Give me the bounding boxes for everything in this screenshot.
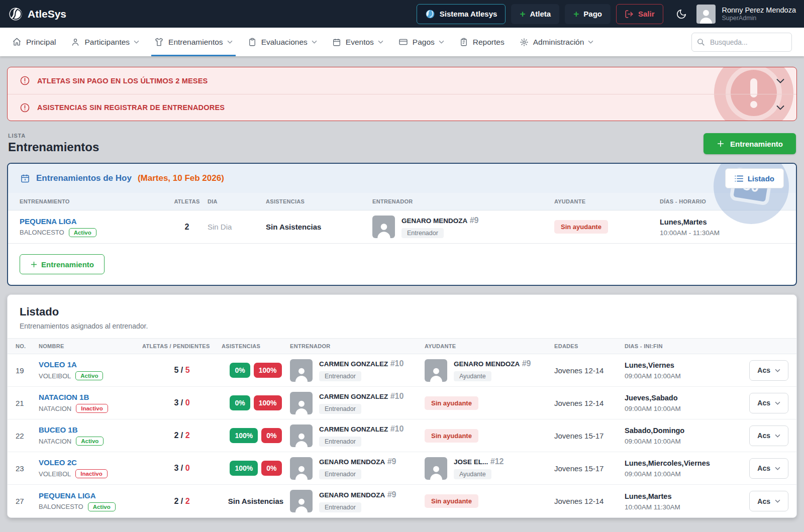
plus-icon: + <box>573 9 579 19</box>
table-row: 19 VOLEO 1A VOLEIBOL Activo 5 / 5 0% 100… <box>8 354 796 387</box>
sin-asistencias-value: Sin Asistencias <box>222 497 290 505</box>
listado-view-button[interactable]: Listado <box>725 168 784 188</box>
exclamation-circle-icon <box>20 75 30 86</box>
page-title: Entrenamientos <box>8 140 99 154</box>
entrenamiento-link[interactable]: PEQUENA LIGA <box>39 491 142 500</box>
status-badge: Inactivo <box>75 469 107 478</box>
plus-icon <box>30 261 38 268</box>
entrenamiento-link[interactable]: NATACION 1B <box>39 393 142 401</box>
chevron-down-icon[interactable] <box>776 105 784 110</box>
gear-icon <box>520 38 529 47</box>
chevron-down-icon <box>775 434 780 438</box>
dark-mode-toggle[interactable] <box>676 9 687 20</box>
chevron-down-icon[interactable] <box>776 78 784 83</box>
search-input[interactable] <box>691 33 792 52</box>
chevron-down-icon <box>227 40 233 44</box>
user-info[interactable]: Ronny Perez Mendoza SuperAdmin <box>722 6 796 23</box>
dias-value: Lunes,Martes <box>660 218 707 226</box>
acs-dropdown-button[interactable]: Acs <box>749 458 788 479</box>
exclamation-circle-icon <box>20 102 30 113</box>
report-icon <box>459 38 468 47</box>
alert-atletas-sin-pago[interactable]: ATLETAS SIN PAGO EN LOS ÚLTIMOS 2 MESES <box>8 67 796 94</box>
list-icon <box>735 175 743 182</box>
ayudante-cell: JOSE EL... #12 Ayudante <box>425 457 554 480</box>
dias-value: Lunes,Martes <box>625 492 671 500</box>
deporte-label: BALONCESTO <box>20 229 64 236</box>
asistencias-value: Sin Asistencias <box>266 223 372 231</box>
ayudante-avatar <box>425 359 447 382</box>
logout-icon <box>625 10 634 19</box>
entrenamientos-de-hoy-card: 30 Entrenamientos de Hoy (Martes, 10 Feb… <box>7 163 797 286</box>
entrenamiento-link[interactable]: VOLEO 2C <box>39 458 142 467</box>
acs-dropdown-button[interactable]: Acs <box>749 360 788 381</box>
chevron-down-icon <box>312 40 317 44</box>
horario-value: 10:00AM 11:30AM <box>625 503 733 511</box>
calendar-icon <box>332 38 341 47</box>
moon-icon <box>676 9 687 20</box>
nav-item-participantes[interactable]: Participantes <box>71 28 139 56</box>
salir-button[interactable]: Salir <box>616 4 663 24</box>
acs-dropdown-button[interactable]: Acs <box>749 393 788 413</box>
table-row: 27 PEQUENA LIGA BALONCESTO Activo 2 / 2 … <box>8 485 796 517</box>
chevron-down-icon <box>378 40 383 44</box>
entrenador-avatar <box>290 457 313 480</box>
today-card-title: Entrenamientos de Hoy <box>36 173 132 183</box>
today-card-header: Entrenamientos de Hoy (Martes, 10 Feb 20… <box>8 164 796 193</box>
role-badge: Entrenador <box>319 404 361 414</box>
status-badge: Activo <box>88 502 116 511</box>
role-badge: Ayudante <box>454 469 491 479</box>
nav-item-administracion[interactable]: Administración <box>520 28 594 56</box>
chevron-down-icon <box>775 369 780 372</box>
ayudante-cell: GENARO MENDOZA #9 Ayudante <box>425 359 554 382</box>
plus-icon: + <box>520 9 525 19</box>
entrenamiento-link[interactable]: BUCEO 1B <box>39 425 142 434</box>
entrenamiento-link[interactable]: VOLEO 1A <box>39 360 142 369</box>
brand[interactable]: AtleSys <box>8 7 66 22</box>
entrenador-avatar <box>290 490 313 512</box>
search-box <box>691 33 792 52</box>
entrenamiento-link[interactable]: PEQUENA LIGA <box>20 217 166 226</box>
add-pago-button[interactable]: + Pago <box>565 4 611 24</box>
sin-ayudante-badge: Sin ayudante <box>425 396 478 410</box>
atletas-pendientes: 5 / 5 <box>142 366 222 375</box>
sistema-atlesys-button[interactable]: Sistema Atlesys <box>417 4 506 24</box>
atlesys-small-logo-icon <box>425 9 435 19</box>
nav-item-evaluaciones[interactable]: Evaluaciones <box>248 28 317 56</box>
acs-dropdown-button[interactable]: Acs <box>749 425 788 446</box>
sin-ayudante-badge: Sin ayudante <box>425 494 478 508</box>
alert-asistencias-sin-registrar[interactable]: ASISTENCIAS SIN REGISTRAR DE ENTRENADORE… <box>8 94 796 121</box>
nav-item-reportes[interactable]: Reportes <box>459 28 505 56</box>
entrenador-cell: CARMEN GONZALEZ #10 Entrenador <box>290 424 425 447</box>
sin-ayudante-badge: Sin ayudante <box>425 429 478 443</box>
entrenador-cell: CARMEN GONZALEZ #10 Entrenador <box>290 392 425 414</box>
entrenador-avatar <box>372 216 395 238</box>
dias-value: Lunes,Miercoles,Viernes <box>625 459 710 467</box>
user-role: SuperAdmin <box>722 15 796 23</box>
entrenador-cell: GENARO MENDOZA #9 Entrenador <box>290 457 425 480</box>
role-badge: Entrenador <box>319 371 361 381</box>
listado-subtitle: Entrenamientos asignados al entrenador. <box>20 322 784 330</box>
topbar-actions: Sistema Atlesys + Atleta + Pago Salir <box>417 4 796 24</box>
acs-dropdown-button[interactable]: Acs <box>749 491 788 511</box>
credit-card-icon <box>398 37 408 47</box>
entrenador-avatar <box>290 359 313 382</box>
asistencias-pills: 100% 0% <box>222 428 290 443</box>
add-atleta-button[interactable]: + Atleta <box>511 4 559 24</box>
chevron-down-icon <box>439 40 444 44</box>
asistencias-pills: 100% 0% <box>222 461 290 476</box>
nav-item-principal[interactable]: Principal <box>12 28 56 56</box>
atlesys-logo-icon <box>8 7 23 22</box>
user-avatar[interactable] <box>696 5 716 24</box>
nav-item-pagos[interactable]: Pagos <box>398 28 444 56</box>
listado-table-header: NO. NOMBRE ATLETAS / PENDIENTES ASISTENC… <box>8 338 796 354</box>
add-entrenamiento-outline-button[interactable]: Entrenamiento <box>20 254 105 274</box>
add-entrenamiento-button[interactable]: Entrenamiento <box>703 133 796 154</box>
atletas-pendientes: 3 / 0 <box>142 398 222 407</box>
asistencias-pills: 0% 100% <box>222 395 290 410</box>
dia-value: Sin Dia <box>208 223 266 231</box>
role-badge: Ayudante <box>454 371 491 381</box>
horario-value: 09:00AM 10:00AM <box>625 372 733 380</box>
nav-item-eventos[interactable]: Eventos <box>332 28 383 56</box>
home-icon <box>12 37 22 47</box>
nav-item-entrenamientos[interactable]: Entrenamientos <box>154 28 233 56</box>
